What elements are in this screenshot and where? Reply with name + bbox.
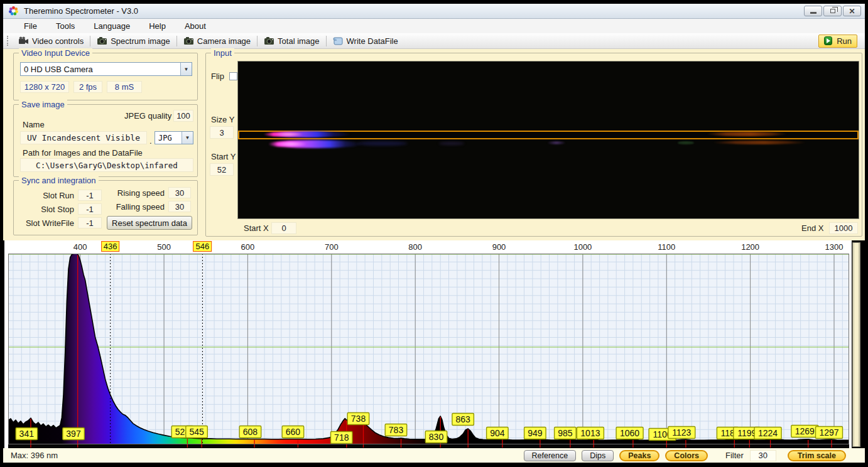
axis-tick-label: 900 (492, 242, 506, 252)
dips-button[interactable]: Dips (582, 450, 614, 461)
toolbar-separator (176, 36, 177, 46)
run-button[interactable]: Run (818, 35, 857, 48)
slot-stop-label: Slot Stop (23, 205, 74, 214)
toolbar: Video controls Spectrum image Camera ima… (3, 33, 865, 49)
axis-tick-label: 500 (157, 242, 171, 252)
axis-tick-label: 400 (73, 242, 87, 252)
toolbar-separator (257, 36, 258, 46)
chevron-down-icon: ▼ (180, 63, 192, 75)
colors-button[interactable]: Colors (665, 450, 708, 461)
format-value: JPG (155, 134, 182, 142)
filter-field[interactable]: 30 (750, 450, 776, 461)
jpeg-quality-label: JPEG quality (124, 111, 171, 121)
spectrum-chart: 4005006007008009001000110012001300436546… (4, 240, 852, 448)
size-y-label: Size Y (211, 115, 234, 124)
group-title: Input (211, 48, 234, 58)
svg-text:341: 341 (19, 429, 35, 439)
camera-icon (183, 36, 194, 45)
svg-text:863: 863 (456, 414, 471, 424)
size-y-field[interactable]: 3 (210, 126, 234, 139)
jpeg-quality-field[interactable]: 100 (173, 110, 193, 122)
reset-spectrum-button[interactable]: Reset spectrum data (107, 216, 192, 230)
minimize-button[interactable] (804, 6, 822, 16)
trim-slider[interactable] (852, 242, 860, 447)
svg-text:1060: 1060 (620, 428, 639, 438)
minimize-icon (810, 12, 816, 14)
svg-text:904: 904 (490, 428, 505, 438)
flip-checkbox[interactable] (229, 72, 237, 80)
reference-button[interactable]: Reference (524, 450, 577, 461)
svg-text:397: 397 (66, 429, 81, 439)
fps-badge: 2 fps (73, 81, 102, 93)
camera-image-button[interactable]: Camera image (178, 35, 256, 47)
spectrum-image-button[interactable]: Spectrum image (92, 35, 175, 47)
menu-tools[interactable]: Tools (46, 19, 84, 33)
peak-label: 1013 (577, 427, 604, 439)
spectrum-streak-lower-core (276, 141, 307, 147)
group-title: Video Input Device (19, 48, 92, 58)
slot-writefile-field[interactable]: -1 (78, 217, 102, 228)
slot-stop-field[interactable]: -1 (78, 203, 102, 215)
svg-text:738: 738 (351, 414, 366, 424)
menu-help[interactable]: Help (139, 19, 175, 33)
write-datafile-button[interactable]: Write DataFile (328, 35, 403, 47)
flip-label: Flip (211, 72, 224, 81)
group-title: Save image (19, 100, 67, 109)
falling-speed-field[interactable]: 30 (168, 201, 191, 212)
start-y-field[interactable]: 52 (210, 163, 234, 176)
total-image-button[interactable]: Total image (259, 35, 324, 47)
video-camera-icon (18, 36, 29, 45)
window-title: Theremino Spectrometer - V3.0 (24, 6, 138, 16)
title-bar: Theremino Spectrometer - V3.0 ✕ (3, 4, 865, 19)
video-device-dropdown[interactable]: 0 HD USB Camera ▼ (20, 62, 192, 76)
axis-tick-label: 1100 (658, 242, 675, 252)
spectrum-plot: 3413975285456086607187387838308639049499… (8, 254, 849, 448)
svg-text:949: 949 (528, 428, 543, 438)
end-x-field[interactable]: 1000 (829, 222, 858, 234)
start-x-field[interactable]: 0 (271, 222, 296, 234)
resolution-badge: 1280 x 720 (20, 81, 69, 93)
name-label: Name (23, 120, 45, 129)
peak-label: 660 (282, 426, 304, 438)
format-dropdown[interactable]: JPG ▼ (155, 131, 193, 144)
svg-text:545: 545 (189, 427, 204, 437)
menu-file[interactable]: File (14, 19, 46, 33)
start-y-label: Start Y (211, 152, 236, 161)
rising-speed-field[interactable]: 30 (168, 187, 191, 198)
path-field[interactable]: C:\Users\GaryG\Desktop\infared (20, 158, 193, 172)
input-group: Input Flip Size Y 3 Start Y 52 Star (205, 53, 862, 237)
close-button[interactable]: ✕ (843, 6, 861, 16)
control-panel-area: Video Input Device 0 HD USB Camera ▼ 128… (3, 49, 865, 240)
reference-line-label[interactable]: 546 (193, 241, 212, 252)
slot-run-label: Slot Run (23, 191, 74, 200)
toolbar-item-label: Total image (278, 36, 319, 46)
toolbar-grip (7, 36, 10, 46)
slot-writefile-label: Slot WriteFile (16, 218, 74, 228)
peak-label: 1269 (791, 426, 818, 437)
scroll-icon (333, 36, 344, 45)
trim-scale-button[interactable]: Trim scale (788, 450, 846, 461)
falling-speed-label: Falling speed (109, 202, 165, 212)
menu-language[interactable]: Language (84, 19, 139, 33)
svg-text:830: 830 (429, 432, 444, 442)
restore-button[interactable] (823, 6, 842, 16)
axis-tick-label: 800 (408, 242, 422, 252)
rising-speed-label: Rising speed (109, 188, 165, 198)
video-controls-button[interactable]: Video controls (13, 35, 89, 47)
menu-about[interactable]: About (175, 19, 215, 33)
svg-text:1224: 1224 (758, 428, 778, 438)
app-logo-icon (8, 6, 19, 16)
group-title: Sync and integration (19, 176, 99, 185)
image-name-field[interactable]: UV Incandescent Visible (20, 131, 147, 144)
toolbar-separator (90, 36, 90, 46)
peak-label: 1224 (754, 427, 781, 439)
sync-group: Sync and integration Slot Run -1 Slot St… (13, 180, 198, 235)
peaks-button[interactable]: Peaks (619, 450, 659, 461)
spectrum-streak-tail (357, 141, 408, 146)
chevron-down-icon: ▼ (182, 132, 193, 144)
slot-run-field[interactable]: -1 (78, 190, 102, 201)
violet-speck (547, 141, 566, 145)
peak-label: 341 (16, 428, 38, 440)
reference-line-label[interactable]: 436 (101, 241, 120, 252)
svg-text:608: 608 (243, 427, 258, 437)
